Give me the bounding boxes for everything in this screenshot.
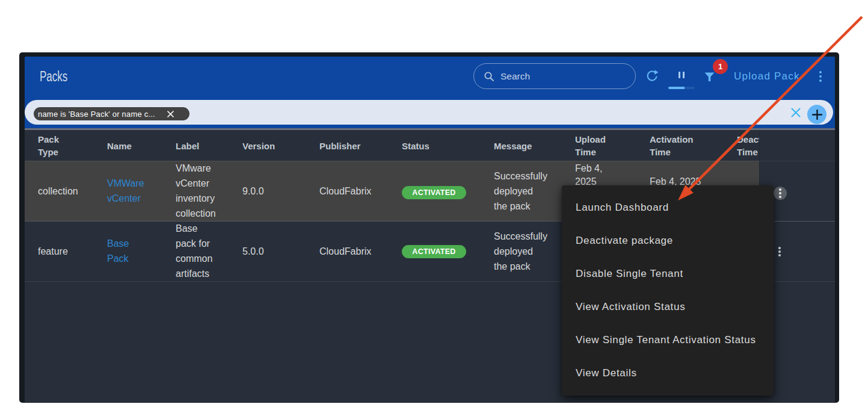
clear-filters-icon[interactable]	[791, 108, 801, 117]
cell-message: Successfully deployed the pack	[494, 169, 547, 214]
chip-remove-icon[interactable]	[167, 111, 174, 117]
upload-pack-button[interactable]: Upload Pack	[734, 70, 800, 82]
app-window: Packs Search 1 Upload Pack name is 'Base…	[19, 52, 839, 403]
status-badge: ACTIVATED	[402, 245, 466, 258]
col-header-deactivation-time[interactable]: Deactivation Time	[737, 133, 759, 159]
col-header-version[interactable]: Version	[242, 140, 275, 153]
status-badge: ACTIVATED	[402, 186, 466, 199]
menu-item-launch-dashboard[interactable]: Launch Dashboard	[562, 191, 774, 224]
cell-version: 5.0.0	[242, 244, 264, 259]
cell-publisher: CloudFabrix	[319, 184, 371, 199]
col-header-upload-time[interactable]: Upload Time	[575, 133, 606, 159]
col-header-publisher[interactable]: Publisher	[319, 140, 360, 153]
row-actions-button[interactable]	[774, 187, 787, 200]
page-title: Packs	[40, 69, 67, 85]
cell-upload-time: Feb 4, 2025	[575, 162, 602, 188]
app-content: Packs Search 1 Upload Pack name is 'Base…	[25, 57, 835, 402]
row-actions-button[interactable]	[778, 247, 781, 256]
filter-bar: name is 'Base Pack' or name c...	[25, 100, 833, 125]
header-more-icon[interactable]	[819, 71, 822, 82]
filter-count-badge: 1	[713, 59, 728, 74]
cell-label: Base pack for common artifacts	[176, 221, 212, 281]
row-context-menu: Launch Dashboard Deactivate package Disa…	[562, 185, 774, 396]
col-header-activation-time[interactable]: Activation Time	[650, 133, 694, 159]
search-placeholder: Search	[500, 71, 530, 82]
menu-item-disable-single-tenant[interactable]: Disable Single Tenant	[562, 257, 774, 290]
cell-publisher: CloudFabrix	[319, 244, 371, 259]
refresh-progress-bar	[668, 87, 695, 89]
cell-version: 9.0.0	[242, 184, 264, 199]
cell-name-link[interactable]: VMWare vCenter	[107, 176, 144, 206]
menu-item-view-single-tenant-activation-status[interactable]: View Single Tenant Activation Status	[562, 323, 774, 356]
col-header-pack-type[interactable]: Pack Type	[38, 133, 59, 159]
col-header-name[interactable]: Name	[107, 140, 132, 153]
search-input[interactable]: Search	[473, 63, 636, 89]
cell-name-link[interactable]: Base Pack	[107, 236, 129, 266]
col-header-status[interactable]: Status	[402, 140, 429, 153]
filter-icon[interactable]	[704, 72, 715, 82]
cell-message: Successfully deployed the pack	[494, 229, 547, 274]
refresh-icon[interactable]	[645, 69, 659, 83]
pause-icon[interactable]	[679, 72, 685, 78]
plus-icon	[812, 110, 822, 120]
menu-item-view-details[interactable]: View Details	[562, 356, 774, 390]
packs-table: Pack Type Name Label Version Publisher S…	[25, 128, 835, 402]
cell-pack-type: feature	[38, 244, 68, 259]
cell-pack-type: collection	[38, 184, 78, 199]
filter-chip-label: name is 'Base Pack' or name c...	[38, 110, 155, 119]
menu-item-view-activation-status[interactable]: View Activation Status	[562, 290, 774, 323]
search-icon	[484, 71, 494, 82]
add-filter-button[interactable]	[807, 105, 826, 124]
cell-label: VMware vCenter inventory collection	[176, 161, 216, 221]
col-header-label[interactable]: Label	[176, 140, 199, 153]
menu-item-deactivate-package[interactable]: Deactivate package	[562, 224, 774, 257]
filter-chip[interactable]: name is 'Base Pack' or name c...	[34, 107, 189, 120]
col-header-message[interactable]: Message	[494, 140, 532, 153]
